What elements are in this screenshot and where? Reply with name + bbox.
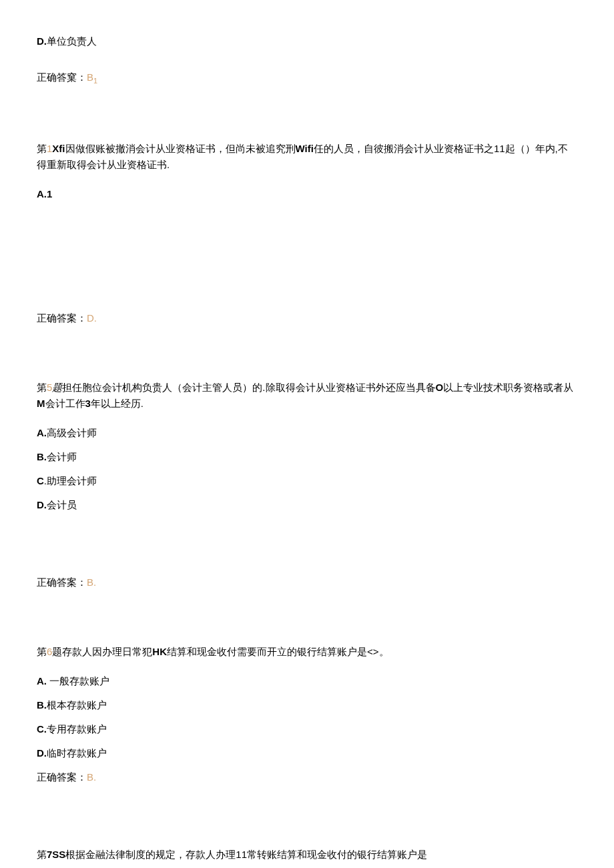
q-prefix: 第 <box>37 382 47 393</box>
q-italic: 题 <box>52 382 62 393</box>
q3-answer: 正确答窠：B1 <box>37 69 577 87</box>
q4-option-a: A.1 <box>37 186 577 202</box>
option-label: C. <box>37 723 47 735</box>
option-text: 临时存款账户 <box>47 747 107 759</box>
option-label: D. <box>37 35 47 47</box>
option-label: B. <box>37 699 47 711</box>
option-label: D. <box>37 747 47 759</box>
option-text: 根本存款账户 <box>47 699 107 711</box>
option-label: A. <box>37 675 47 687</box>
option-text: A.1 <box>37 188 52 199</box>
q-text1: 因做假账被撤消会计从业资格证书，但尚未被追究刑 <box>65 143 296 154</box>
answer-label: 正确答案： <box>37 312 87 324</box>
q6-option-d: D.临时存款账户 <box>37 745 577 761</box>
q5-answer: 正确答案：B. <box>37 574 577 590</box>
option-text: 会计师 <box>47 451 77 462</box>
option-label: B. <box>37 451 47 462</box>
q5-option-c: C.助理会计师 <box>37 473 577 489</box>
q-text3: 会计工作 <box>45 398 85 409</box>
q4-answer: 正确答案：D. <box>37 310 577 326</box>
q6-option-b: B.根本存款账户 <box>37 697 577 713</box>
q-bold: HK <box>152 646 167 657</box>
option-text: 高级会计师 <box>47 427 97 438</box>
q-bold2: M <box>37 398 45 409</box>
answer-label: 正确答窠： <box>37 71 87 83</box>
q-text2: 以上专业技术职务资格或者从 <box>443 382 573 393</box>
q-text2: 结算和现金收付需要而开立的银行结算账户是<>。 <box>167 646 389 657</box>
answer-value: D. <box>87 312 97 324</box>
q-prefix: 第 <box>37 646 47 657</box>
q-prefix: 第 <box>37 849 47 860</box>
option-text: 单位负责人 <box>47 35 97 47</box>
question-4: 第1Xfi因做假账被撤消会计从业资格证书，但尚未被追究刑Wifi任的人员，自彼搬… <box>37 141 577 173</box>
q-bold1: O <box>436 382 444 393</box>
q-prefix: 第 <box>37 143 47 154</box>
q-bold3: 3 <box>85 398 91 409</box>
answer-label: 正确答案： <box>37 771 87 783</box>
q6-option-c: C.专用存款账户 <box>37 721 577 737</box>
question-7: 第7SS根据金融法律制度的规定，存款人办理11常转账结算和现金收付的银行结算账户… <box>37 847 577 863</box>
q6-option-a: A. 一般存款账户 <box>37 673 577 689</box>
q-bold2: Wifi <box>296 143 314 154</box>
q6-answer: 正确答案：B. <box>37 769 577 785</box>
question-6: 第6题存款人因办理日常犯HK结算和现金收付需要而开立的银行结算账户是<>。 <box>37 644 577 660</box>
q-bold1: Xfi <box>52 143 65 154</box>
option-label: C <box>37 475 44 486</box>
q5-option-b: B.会计师 <box>37 449 577 465</box>
answer-sub: 1 <box>93 77 97 85</box>
option-text: 一般存款账户 <box>47 675 109 687</box>
option-text: 专用存款账户 <box>47 723 107 735</box>
option-text: .助理会计师 <box>44 475 97 486</box>
q5-option-a: A.高级会计师 <box>37 425 577 441</box>
q5-option-d: D.会计员 <box>37 497 577 513</box>
q3-option-d: D.单位负责人 <box>37 33 577 49</box>
q-text1: 担任胞位会计机构负贵人（会计主管人员）的.除取得会计从业资格证书外还应当具备 <box>62 382 435 393</box>
q-text1: 题存款人因办理日常犯 <box>52 646 152 657</box>
answer-label: 正确答案： <box>37 576 87 588</box>
question-5: 第5题担任胞位会计机构负贵人（会计主管人员）的.除取得会计从业资格证书外还应当具… <box>37 380 577 412</box>
answer-value: B <box>87 71 93 83</box>
option-text: 会计员 <box>47 499 77 510</box>
q-bold: 7SS <box>47 849 65 860</box>
option-label: A. <box>37 427 47 438</box>
option-label: D. <box>37 499 47 510</box>
q-text: 根据金融法律制度的规定，存款人办理11常转账结算和现金收付的银行结算账户是 <box>65 849 427 860</box>
answer-value: B. <box>87 576 96 588</box>
q-text4: 年以上经历. <box>91 398 143 409</box>
answer-value: B. <box>87 771 96 783</box>
